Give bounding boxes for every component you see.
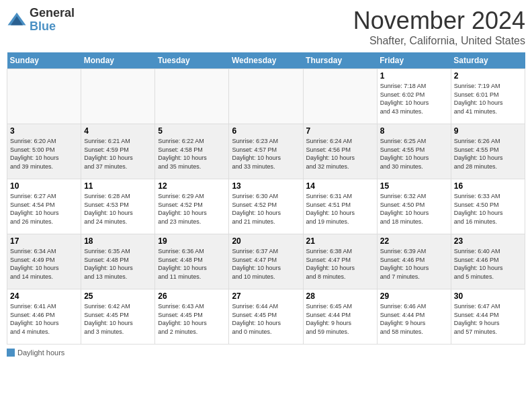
day-number: 4	[84, 126, 152, 136]
calendar-day: 16Sunrise: 6:33 AM Sunset: 4:50 PM Dayli…	[451, 179, 525, 234]
day-info: Sunrise: 6:23 AM Sunset: 4:57 PM Dayligh…	[232, 137, 300, 171]
day-number: 9	[454, 126, 522, 136]
calendar-day: 5Sunrise: 6:22 AM Sunset: 4:58 PM Daylig…	[155, 124, 229, 179]
day-number: 28	[306, 291, 374, 301]
calendar-day: 11Sunrise: 6:28 AM Sunset: 4:53 PM Dayli…	[81, 179, 155, 234]
calendar-day: 6Sunrise: 6:23 AM Sunset: 4:57 PM Daylig…	[229, 124, 303, 179]
calendar-day: 22Sunrise: 6:39 AM Sunset: 4:46 PM Dayli…	[377, 234, 451, 289]
legend: Daylight hours	[7, 349, 525, 357]
day-number: 24	[10, 291, 78, 301]
day-number: 22	[380, 236, 448, 246]
day-info: Sunrise: 6:45 AM Sunset: 4:44 PM Dayligh…	[306, 302, 374, 336]
calendar-day	[229, 69, 303, 124]
calendar-day: 25Sunrise: 6:42 AM Sunset: 4:45 PM Dayli…	[81, 289, 155, 345]
weekday-header-friday: Friday	[377, 52, 451, 69]
calendar-day: 23Sunrise: 6:40 AM Sunset: 4:46 PM Dayli…	[451, 234, 525, 289]
legend-color-box	[7, 349, 15, 357]
calendar-day: 10Sunrise: 6:27 AM Sunset: 4:54 PM Dayli…	[7, 179, 81, 234]
calendar-day: 18Sunrise: 6:35 AM Sunset: 4:48 PM Dayli…	[81, 234, 155, 289]
day-info: Sunrise: 6:30 AM Sunset: 4:52 PM Dayligh…	[232, 192, 300, 226]
day-info: Sunrise: 6:27 AM Sunset: 4:54 PM Dayligh…	[10, 192, 78, 226]
weekday-header-row: SundayMondayTuesdayWednesdayThursdayFrid…	[7, 52, 525, 69]
calendar-day: 21Sunrise: 6:38 AM Sunset: 4:47 PM Dayli…	[303, 234, 377, 289]
day-number: 21	[306, 236, 374, 246]
calendar-week-3: 10Sunrise: 6:27 AM Sunset: 4:54 PM Dayli…	[7, 179, 525, 234]
day-info: Sunrise: 6:40 AM Sunset: 4:46 PM Dayligh…	[454, 247, 522, 281]
day-number: 16	[454, 181, 522, 191]
day-number: 14	[306, 181, 374, 191]
day-info: Sunrise: 6:39 AM Sunset: 4:46 PM Dayligh…	[380, 247, 448, 281]
weekday-header-monday: Monday	[81, 52, 155, 69]
day-info: Sunrise: 6:44 AM Sunset: 4:45 PM Dayligh…	[232, 302, 300, 336]
day-number: 5	[158, 126, 226, 136]
day-number: 26	[158, 291, 226, 301]
logo-text: General Blue	[30, 7, 75, 34]
day-info: Sunrise: 6:34 AM Sunset: 4:49 PM Dayligh…	[10, 247, 78, 281]
day-info: Sunrise: 6:47 AM Sunset: 4:44 PM Dayligh…	[454, 302, 522, 336]
calendar-day: 12Sunrise: 6:29 AM Sunset: 4:52 PM Dayli…	[155, 179, 229, 234]
calendar-day: 4Sunrise: 6:21 AM Sunset: 4:59 PM Daylig…	[81, 124, 155, 179]
day-number: 30	[454, 291, 522, 301]
day-info: Sunrise: 7:18 AM Sunset: 6:02 PM Dayligh…	[380, 82, 448, 116]
calendar-day: 19Sunrise: 6:36 AM Sunset: 4:48 PM Dayli…	[155, 234, 229, 289]
calendar-day: 8Sunrise: 6:25 AM Sunset: 4:55 PM Daylig…	[377, 124, 451, 179]
calendar-table: SundayMondayTuesdayWednesdayThursdayFrid…	[7, 52, 525, 345]
weekday-header-saturday: Saturday	[451, 52, 525, 69]
day-info: Sunrise: 6:38 AM Sunset: 4:47 PM Dayligh…	[306, 247, 374, 281]
location-title: Shafter, California, United States	[353, 35, 525, 47]
day-number: 25	[84, 291, 152, 301]
day-info: Sunrise: 6:21 AM Sunset: 4:59 PM Dayligh…	[84, 137, 152, 171]
day-number: 10	[10, 181, 78, 191]
calendar-day: 30Sunrise: 6:47 AM Sunset: 4:44 PM Dayli…	[451, 289, 525, 345]
weekday-header-thursday: Thursday	[303, 52, 377, 69]
day-number: 3	[10, 126, 78, 136]
calendar-day	[155, 69, 229, 124]
title-block: November 2024 Shafter, California, Unite…	[353, 7, 525, 47]
calendar-day: 20Sunrise: 6:37 AM Sunset: 4:47 PM Dayli…	[229, 234, 303, 289]
calendar-day: 7Sunrise: 6:24 AM Sunset: 4:56 PM Daylig…	[303, 124, 377, 179]
weekday-header-sunday: Sunday	[7, 52, 81, 69]
day-info: Sunrise: 6:20 AM Sunset: 5:00 PM Dayligh…	[10, 137, 78, 171]
calendar-day: 3Sunrise: 6:20 AM Sunset: 5:00 PM Daylig…	[7, 124, 81, 179]
day-number: 11	[84, 181, 152, 191]
day-number: 12	[158, 181, 226, 191]
calendar-week-2: 3Sunrise: 6:20 AM Sunset: 5:00 PM Daylig…	[7, 124, 525, 179]
day-number: 7	[306, 126, 374, 136]
day-number: 1	[380, 71, 448, 81]
calendar-day: 29Sunrise: 6:46 AM Sunset: 4:44 PM Dayli…	[377, 289, 451, 345]
logo-general-label: General	[30, 7, 75, 20]
day-info: Sunrise: 6:46 AM Sunset: 4:44 PM Dayligh…	[380, 302, 448, 336]
day-number: 19	[158, 236, 226, 246]
day-number: 27	[232, 291, 300, 301]
legend-label: Daylight hours	[17, 349, 64, 357]
weekday-header-tuesday: Tuesday	[155, 52, 229, 69]
legend-item: Daylight hours	[7, 349, 525, 357]
calendar-day: 14Sunrise: 6:31 AM Sunset: 4:51 PM Dayli…	[303, 179, 377, 234]
calendar-day: 27Sunrise: 6:44 AM Sunset: 4:45 PM Dayli…	[229, 289, 303, 345]
calendar-day	[7, 69, 81, 124]
day-info: Sunrise: 6:33 AM Sunset: 4:50 PM Dayligh…	[454, 192, 522, 226]
day-info: Sunrise: 7:19 AM Sunset: 6:01 PM Dayligh…	[454, 82, 522, 116]
logo: General Blue	[7, 7, 75, 34]
day-number: 13	[232, 181, 300, 191]
day-number: 6	[232, 126, 300, 136]
calendar-day: 2Sunrise: 7:19 AM Sunset: 6:01 PM Daylig…	[451, 69, 525, 124]
day-info: Sunrise: 6:24 AM Sunset: 4:56 PM Dayligh…	[306, 137, 374, 171]
day-info: Sunrise: 6:43 AM Sunset: 4:45 PM Dayligh…	[158, 302, 226, 336]
day-info: Sunrise: 6:32 AM Sunset: 4:50 PM Dayligh…	[380, 192, 448, 226]
calendar-week-4: 17Sunrise: 6:34 AM Sunset: 4:49 PM Dayli…	[7, 234, 525, 289]
calendar-week-5: 24Sunrise: 6:41 AM Sunset: 4:46 PM Dayli…	[7, 289, 525, 345]
day-number: 29	[380, 291, 448, 301]
logo-icon	[7, 10, 27, 30]
day-info: Sunrise: 6:35 AM Sunset: 4:48 PM Dayligh…	[84, 247, 152, 281]
page-header: General Blue November 2024 Shafter, Cali…	[7, 7, 525, 47]
calendar-day: 9Sunrise: 6:26 AM Sunset: 4:55 PM Daylig…	[451, 124, 525, 179]
calendar-day: 17Sunrise: 6:34 AM Sunset: 4:49 PM Dayli…	[7, 234, 81, 289]
calendar-day: 26Sunrise: 6:43 AM Sunset: 4:45 PM Dayli…	[155, 289, 229, 345]
day-number: 15	[380, 181, 448, 191]
month-title: November 2024	[353, 7, 525, 35]
day-number: 2	[454, 71, 522, 81]
calendar-day	[81, 69, 155, 124]
day-info: Sunrise: 6:42 AM Sunset: 4:45 PM Dayligh…	[84, 302, 152, 336]
calendar-day: 15Sunrise: 6:32 AM Sunset: 4:50 PM Dayli…	[377, 179, 451, 234]
